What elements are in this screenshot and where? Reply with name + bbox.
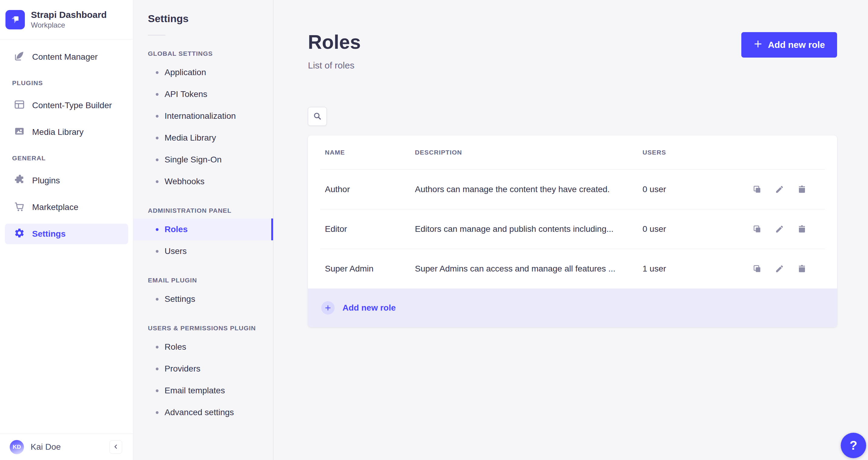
settings-subnav: Settings GLOBAL SETTINGS Application API… bbox=[133, 0, 273, 460]
settings-nav-item-providers[interactable]: Providers bbox=[133, 358, 273, 380]
page-title: Roles bbox=[308, 32, 361, 53]
subnav-item-label: Media Library bbox=[164, 133, 216, 143]
sidebar-item-content-manager[interactable]: Content Manager bbox=[5, 47, 128, 67]
avatar[interactable]: KD bbox=[10, 440, 24, 454]
edit-role-button[interactable] bbox=[775, 224, 784, 234]
collapse-sidebar-button[interactable] bbox=[110, 440, 122, 454]
media-library-icon bbox=[14, 126, 25, 139]
bullet-icon bbox=[156, 298, 158, 301]
pencil-icon bbox=[775, 224, 784, 234]
strapi-admin-app: Strapi Dashboard Workplace Content Manag… bbox=[0, 0, 868, 460]
bullet-icon bbox=[156, 228, 158, 231]
subnav-item-label: Single Sign-On bbox=[164, 155, 221, 164]
settings-nav-item-advanced-settings[interactable]: Advanced settings bbox=[133, 401, 273, 423]
bullet-icon bbox=[156, 346, 158, 348]
subnav-item-label: Providers bbox=[164, 364, 200, 374]
subnav-item-label: Internationalization bbox=[164, 111, 236, 121]
duplicate-icon bbox=[752, 185, 762, 194]
bullet-icon bbox=[156, 180, 158, 183]
delete-role-button[interactable] bbox=[797, 185, 807, 194]
sidebar-item-settings[interactable]: Settings bbox=[5, 224, 128, 244]
role-users-count: 1 user bbox=[643, 264, 738, 274]
content-type-builder-icon bbox=[14, 99, 25, 112]
puzzle-icon bbox=[14, 174, 25, 187]
roles-table: NAME DESCRIPTION USERS Author Authors ca… bbox=[308, 135, 837, 327]
column-header-description: DESCRIPTION bbox=[415, 149, 643, 156]
settings-nav-item-users[interactable]: Users bbox=[133, 240, 273, 262]
table-header-row: NAME DESCRIPTION USERS bbox=[308, 135, 837, 170]
cart-icon bbox=[14, 201, 25, 214]
sidebar-item-label: Content-Type Builder bbox=[32, 101, 112, 110]
bullet-icon bbox=[156, 71, 158, 74]
settings-nav-item-webhooks[interactable]: Webhooks bbox=[133, 171, 273, 192]
user-name: Kai Doe bbox=[31, 442, 61, 452]
add-new-role-footer-button[interactable]: Add new role bbox=[308, 288, 837, 327]
duplicate-role-button[interactable] bbox=[752, 264, 762, 274]
role-description: Editors can manage and publish contents … bbox=[415, 224, 643, 234]
settings-nav-item-api-tokens[interactable]: API Tokens bbox=[133, 83, 273, 105]
help-button[interactable]: ? bbox=[841, 433, 866, 458]
row-actions bbox=[738, 224, 820, 234]
trash-icon bbox=[797, 264, 806, 273]
settings-nav-item-email-templates[interactable]: Email templates bbox=[133, 380, 273, 401]
settings-nav-item-up-roles[interactable]: Roles bbox=[133, 336, 273, 358]
sidebar-item-label: Plugins bbox=[32, 176, 60, 185]
sidebar-item-label: Marketplace bbox=[32, 203, 79, 212]
subnav-section-global-settings: GLOBAL SETTINGS bbox=[148, 50, 273, 57]
row-actions bbox=[738, 264, 820, 274]
settings-nav-item-roles[interactable]: Roles bbox=[133, 218, 273, 240]
subnav-item-label: Webhooks bbox=[164, 177, 205, 186]
sidebar-item-plugins[interactable]: Plugins bbox=[5, 170, 128, 191]
subnav-item-label: Roles bbox=[164, 342, 186, 352]
plus-circle-icon bbox=[321, 301, 335, 314]
sidebar-section-general: GENERAL bbox=[12, 155, 133, 162]
bullet-icon bbox=[156, 158, 158, 161]
workspace-brand[interactable]: Strapi Dashboard Workplace bbox=[0, 0, 133, 39]
subnav-item-label: Advanced settings bbox=[164, 407, 234, 417]
footer-add-label: Add new role bbox=[342, 303, 396, 313]
duplicate-role-button[interactable] bbox=[752, 224, 762, 234]
sidebar-item-marketplace[interactable]: Marketplace bbox=[5, 197, 128, 218]
bullet-icon bbox=[156, 389, 158, 392]
table-row-editor[interactable]: Editor Editors can manage and publish co… bbox=[308, 209, 837, 249]
table-row-author[interactable]: Author Authors can manage the content th… bbox=[308, 170, 837, 209]
bullet-icon bbox=[156, 250, 158, 253]
row-actions bbox=[738, 185, 820, 194]
edit-role-button[interactable] bbox=[775, 185, 784, 194]
pencil-icon bbox=[775, 185, 784, 194]
sidebar-item-media-library[interactable]: Media Library bbox=[5, 122, 128, 143]
delete-role-button[interactable] bbox=[797, 224, 807, 234]
bullet-icon bbox=[156, 368, 158, 370]
sidebar-item-content-type-builder[interactable]: Content-Type Builder bbox=[5, 95, 128, 116]
duplicate-role-button[interactable] bbox=[752, 185, 762, 194]
gear-icon bbox=[14, 227, 25, 241]
settings-nav-item-single-sign-on[interactable]: Single Sign-On bbox=[133, 149, 273, 171]
role-users-count: 0 user bbox=[643, 185, 738, 194]
duplicate-icon bbox=[752, 224, 762, 234]
delete-role-button[interactable] bbox=[797, 264, 807, 274]
subnav-item-label: Email templates bbox=[164, 386, 225, 395]
page-header: Roles List of roles Add new role bbox=[308, 0, 837, 71]
column-header-name: NAME bbox=[325, 149, 415, 156]
search-icon bbox=[313, 112, 322, 122]
sidebar-item-label: Media Library bbox=[32, 127, 84, 137]
table-row-super-admin[interactable]: Super Admin Super Admins can access and … bbox=[308, 249, 837, 288]
settings-nav-item-application[interactable]: Application bbox=[133, 62, 273, 83]
subnav-item-label: API Tokens bbox=[164, 89, 207, 99]
sidebar-nav: Content Manager PLUGINS Content-Type Bui… bbox=[0, 39, 133, 250]
settings-nav-item-internationalization[interactable]: Internationalization bbox=[133, 105, 273, 127]
sidebar-item-label: Settings bbox=[32, 229, 65, 239]
duplicate-icon bbox=[752, 264, 762, 273]
settings-nav-item-media-library[interactable]: Media Library bbox=[133, 127, 273, 149]
subnav-section-email-plugin: EMAIL PLUGIN bbox=[148, 277, 273, 284]
add-new-role-button[interactable]: Add new role bbox=[741, 32, 837, 58]
add-new-role-label: Add new role bbox=[768, 40, 825, 50]
settings-nav-item-email-settings[interactable]: Settings bbox=[133, 288, 273, 310]
subnav-divider bbox=[148, 35, 165, 35]
subnav-item-label: Settings bbox=[164, 294, 195, 304]
search-button[interactable] bbox=[308, 107, 327, 126]
subnav-section-administration-panel: ADMINISTRATION PANEL bbox=[148, 207, 273, 214]
bullet-icon bbox=[156, 93, 158, 96]
edit-role-button[interactable] bbox=[775, 264, 784, 274]
pencil-icon bbox=[775, 264, 784, 273]
